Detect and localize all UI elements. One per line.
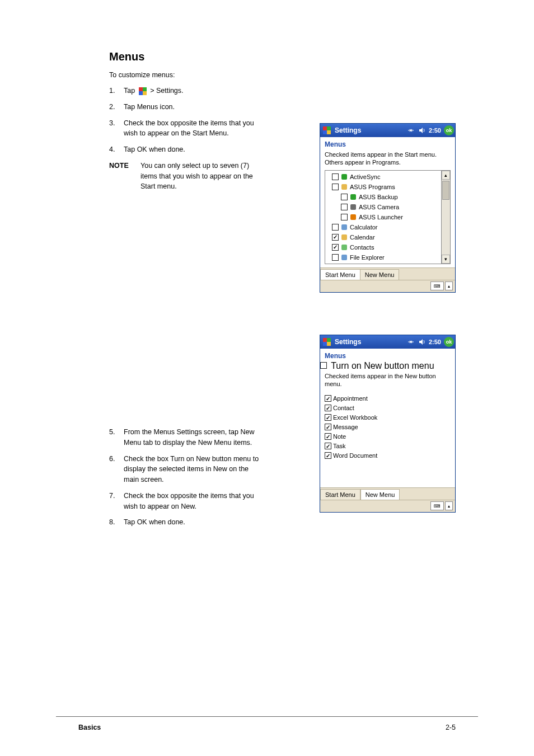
list-item[interactable]: ASUS Backup — [326, 192, 440, 202]
ok-button[interactable]: ok — [444, 125, 454, 135]
step-3: 3.Check the box opposite the items that … — [109, 118, 260, 139]
app-icon — [340, 173, 348, 181]
app-icon — [340, 183, 348, 191]
list-item[interactable]: Message — [325, 422, 451, 432]
connection-icon[interactable] — [406, 125, 416, 135]
checkbox[interactable] — [325, 395, 331, 402]
titlebar: Settings 2:50 ok — [320, 335, 455, 349]
tab-start-menu[interactable]: Start Menu — [320, 489, 360, 500]
list-item[interactable]: ASUS Programs — [326, 182, 440, 192]
svg-rect-12 — [350, 214, 356, 220]
list-item[interactable]: Task — [325, 442, 451, 451]
list-item-label: Excel Workbook — [333, 414, 377, 421]
list-item[interactable]: Appointment — [325, 394, 451, 403]
clock: 2:50 — [429, 339, 441, 345]
list-item-label: Contact — [333, 405, 354, 411]
list-item[interactable]: Find — [326, 262, 440, 264]
checkbox[interactable] — [325, 452, 331, 459]
checkbox[interactable] — [332, 234, 339, 241]
speaker-icon[interactable] — [417, 125, 427, 135]
list-item-label: Appointment — [333, 395, 368, 402]
step-2: 2.Tap Menus icon. — [109, 102, 260, 112]
list-item[interactable]: Note — [325, 432, 451, 442]
svg-rect-11 — [350, 204, 356, 210]
scroll-down-icon[interactable]: ▾ — [442, 255, 450, 264]
step-7: 7.Check the box opposite the items that … — [109, 491, 260, 512]
tab-bar: Start Menu New Menu — [320, 267, 455, 280]
keyboard-icon[interactable]: ⌨ — [430, 501, 444, 510]
list-item[interactable]: Excel Workbook — [325, 413, 451, 422]
svg-rect-14 — [341, 234, 347, 240]
checkbox[interactable] — [325, 414, 331, 421]
checkbox[interactable] — [332, 254, 339, 261]
app-icon — [349, 203, 357, 211]
list-item[interactable]: Calendar — [326, 232, 440, 242]
panel-desc: Checked items appear in the New button m… — [320, 371, 455, 392]
checkbox[interactable] — [325, 424, 331, 430]
list-item[interactable]: File Explorer — [326, 252, 440, 262]
list-item[interactable]: ASUS Launcher — [326, 212, 440, 222]
footer-section: Basics — [78, 724, 101, 731]
step-4: 4.Tap OK when done. — [109, 144, 260, 155]
list-item-label: ASUS Camera — [359, 204, 399, 210]
tab-new-menu[interactable]: New Menu — [360, 489, 400, 500]
step-5: 5.From the Menus Settings screen, tap Ne… — [109, 427, 260, 448]
settings-panel-new-menu: Settings 2:50 ok Menus Turn on New butto… — [320, 335, 456, 513]
svg-rect-6 — [323, 130, 327, 134]
tab-bar: Start Menu New Menu — [320, 487, 455, 500]
list-item[interactable]: Contact — [325, 403, 451, 413]
svg-rect-1 — [143, 87, 147, 91]
list-item[interactable]: Word Document — [325, 451, 451, 461]
input-up-icon[interactable]: ▴ — [445, 281, 453, 290]
start-flag-icon — [138, 87, 147, 96]
start-flag-icon[interactable] — [321, 336, 332, 348]
svg-rect-15 — [341, 245, 347, 250]
speaker-icon[interactable] — [417, 337, 427, 347]
keyboard-icon[interactable]: ⌨ — [430, 281, 444, 290]
list-item-label: Calendar — [350, 234, 375, 241]
checkbox[interactable] — [332, 224, 339, 231]
turn-on-new-button[interactable]: Turn on New button menu — [320, 361, 455, 371]
list-item-label: Calculator — [350, 224, 378, 231]
note: NOTE You can only select up to seven (7)… — [109, 161, 260, 192]
checkbox[interactable] — [341, 194, 348, 200]
checkbox[interactable] — [332, 173, 339, 180]
list-item-label: Contacts — [350, 244, 374, 251]
connection-icon[interactable] — [406, 337, 416, 347]
checkbox[interactable] — [320, 362, 327, 369]
panel-heading: Menus — [320, 137, 455, 149]
list-item-label: Note — [333, 433, 346, 440]
checkbox[interactable] — [341, 204, 348, 210]
turn-on-label: Turn on New button menu — [331, 361, 434, 370]
svg-rect-7 — [327, 130, 331, 134]
checkbox[interactable] — [332, 184, 339, 190]
checkbox[interactable] — [325, 443, 331, 449]
scrollbar[interactable]: ▴ ▾ — [441, 171, 450, 264]
scroll-up-icon[interactable]: ▴ — [442, 171, 450, 180]
checkbox[interactable] — [341, 214, 348, 220]
svg-rect-18 — [323, 338, 327, 342]
tab-start-menu[interactable]: Start Menu — [320, 269, 360, 280]
checkbox[interactable] — [332, 244, 339, 251]
list-item-label: ASUS Backup — [359, 194, 398, 200]
list-item[interactable]: ActiveSync — [326, 172, 440, 182]
ok-button[interactable]: ok — [444, 337, 454, 347]
svg-rect-21 — [327, 342, 331, 346]
start-flag-icon[interactable] — [321, 125, 332, 136]
checkbox[interactable] — [325, 405, 331, 411]
list-item[interactable]: Calculator — [326, 222, 440, 232]
list-item[interactable]: Contacts — [326, 242, 440, 252]
svg-rect-13 — [341, 224, 347, 230]
checkbox[interactable] — [325, 433, 331, 440]
list-item[interactable]: ASUS Camera — [326, 202, 440, 212]
step-8: 8.Tap OK when done. — [109, 517, 260, 528]
app-icon — [349, 213, 357, 221]
scroll-thumb[interactable] — [442, 181, 449, 200]
settings-panel-start-menu: Settings 2:50 ok Menus Checked items app… — [320, 123, 456, 293]
input-up-icon[interactable]: ▴ — [445, 501, 453, 510]
intro-text: To customize menus: — [109, 71, 456, 79]
tab-new-menu[interactable]: New Menu — [360, 269, 400, 280]
app-icon — [340, 233, 348, 241]
list-item-label: Message — [333, 424, 358, 430]
footer-page: 2-5 — [446, 724, 456, 731]
